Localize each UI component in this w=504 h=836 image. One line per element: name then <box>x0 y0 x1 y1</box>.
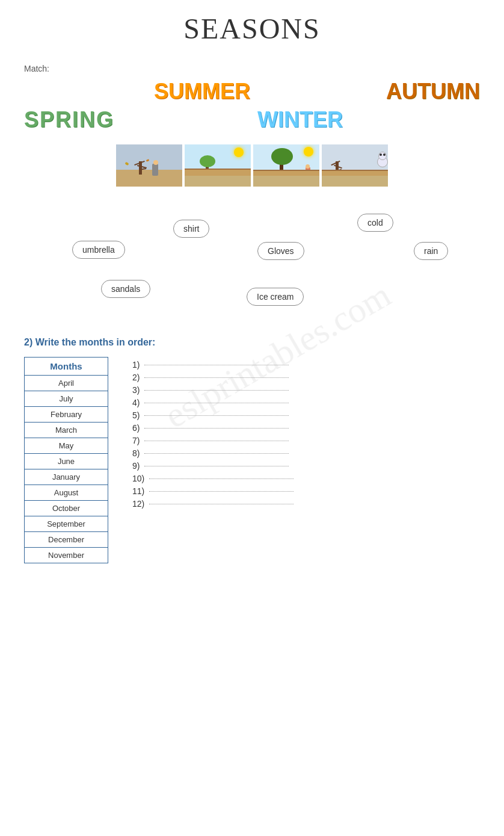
word-cold: cold <box>357 214 393 232</box>
section2-content: Months AprilJulyFebruaryMarchMayJuneJanu… <box>24 357 480 563</box>
answer-dots <box>144 441 289 441</box>
answer-dots <box>144 415 289 416</box>
answer-number: 5) <box>132 410 140 420</box>
answer-dots <box>144 428 289 429</box>
answers-list: 1)2)3)4)5)6)7)8)9)10)11)12) <box>132 357 293 509</box>
season-spring: SPRING <box>24 107 114 132</box>
season-image-spring <box>185 144 251 187</box>
answer-number: 4) <box>132 398 140 407</box>
answer-dots <box>144 453 289 454</box>
answer-dots <box>144 466 289 466</box>
answer-dots <box>144 377 289 378</box>
answer-number: 8) <box>132 448 140 458</box>
answer-number: 9) <box>132 461 140 471</box>
answer-dots <box>144 390 289 391</box>
section2-label: 2) Write the months in order: <box>24 337 480 348</box>
month-cell: June <box>25 454 108 469</box>
season-image-winter <box>322 144 388 187</box>
answer-line: 2) <box>132 373 293 382</box>
answer-number: 3) <box>132 385 140 395</box>
answer-line: 5) <box>132 410 293 420</box>
season-image-summer <box>253 144 319 187</box>
seasons-row-2: SPRING WINTER <box>24 107 480 132</box>
answer-line: 3) <box>132 385 293 395</box>
words-section: umbrella shirt cold Gloves rain sandals … <box>24 199 480 319</box>
word-icecream: Ice cream <box>247 288 304 306</box>
months-table: Months AprilJulyFebruaryMarchMayJuneJanu… <box>24 357 108 563</box>
answer-number: 1) <box>132 360 140 370</box>
answer-number: 2) <box>132 373 140 382</box>
answer-line: 4) <box>132 398 293 407</box>
season-winter: WINTER <box>257 107 343 132</box>
word-umbrella: umbrella <box>72 241 125 259</box>
answer-number: 11) <box>132 486 144 496</box>
answer-line: 10) <box>132 474 293 483</box>
months-header: Months <box>25 358 108 376</box>
season-image-autumn <box>116 144 182 187</box>
answer-line: 11) <box>132 486 293 496</box>
word-sandals: sandals <box>101 280 150 298</box>
month-cell: December <box>25 532 108 548</box>
answer-dots <box>144 403 289 403</box>
month-cell: October <box>25 501 108 516</box>
answer-number: 6) <box>132 423 140 433</box>
season-autumn: AUTUMN <box>386 79 480 104</box>
answer-line: 7) <box>132 436 293 445</box>
answer-line: 8) <box>132 448 293 458</box>
answer-number: 12) <box>132 499 144 509</box>
match-label: Match: <box>24 64 49 73</box>
answer-number: 7) <box>132 436 140 445</box>
answer-line: 1) <box>132 360 293 370</box>
answer-line: 9) <box>132 461 293 471</box>
season-summer: SUMMER <box>154 79 250 104</box>
answer-line: 12) <box>132 499 293 509</box>
page-title: SEASONS <box>24 12 480 45</box>
answer-number: 10) <box>132 474 144 483</box>
word-rain: rain <box>414 242 448 260</box>
month-cell: November <box>25 548 108 563</box>
month-cell: May <box>25 438 108 454</box>
answer-line: 6) <box>132 423 293 433</box>
month-cell: July <box>25 391 108 407</box>
month-cell: February <box>25 407 108 423</box>
answer-dots <box>149 504 293 504</box>
word-shirt: shirt <box>173 220 209 238</box>
month-cell: September <box>25 516 108 532</box>
seasons-images-row <box>24 144 480 187</box>
month-cell: August <box>25 485 108 501</box>
month-cell: March <box>25 423 108 438</box>
seasons-row-1: SUMMER AUTUMN <box>24 79 480 104</box>
month-cell: January <box>25 469 108 485</box>
answer-dots <box>149 491 293 492</box>
month-cell: April <box>25 376 108 391</box>
answer-dots <box>149 478 293 479</box>
word-gloves: Gloves <box>257 242 304 260</box>
answer-dots <box>144 365 289 365</box>
